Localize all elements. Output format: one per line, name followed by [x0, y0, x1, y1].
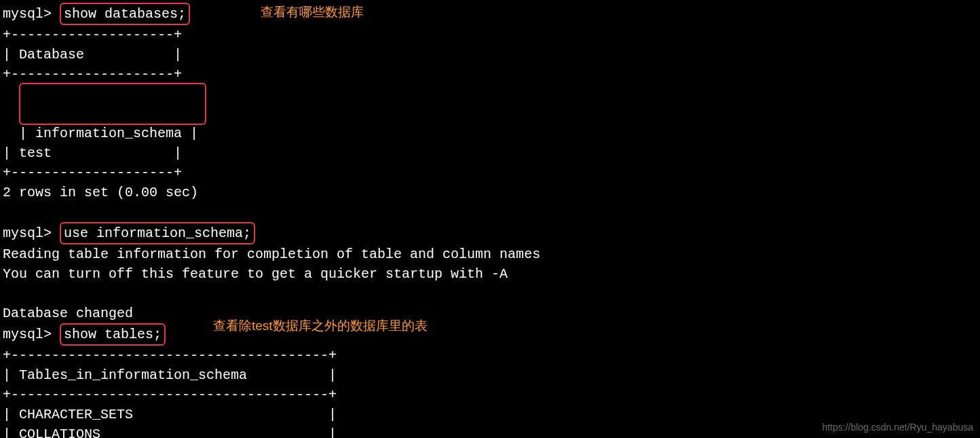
message-2a: Reading table information for completion… [3, 244, 977, 264]
mysql-prompt: mysql> [3, 6, 60, 22]
watermark-text: https://blog.csdn.net/Ryu_hayabusa [822, 420, 973, 434]
blank-1 [3, 202, 977, 222]
highlighted-command-1: show databases; [60, 3, 190, 25]
mysql-prompt: mysql> [3, 327, 60, 342]
db-row-2: | test | [3, 143, 977, 163]
message-2c: Database changed [3, 304, 977, 323]
separator-top-1: +--------------------+ [3, 25, 977, 45]
mysql-prompt: mysql> [3, 225, 60, 241]
separator-mid-1: +--------------------+ [3, 65, 977, 84]
annotation-3: 查看除test数据库之外的数据库里的表 [213, 316, 428, 335]
separator-top-3: +---------------------------------------… [3, 346, 977, 365]
highlighted-command-2: use information_schema; [60, 222, 255, 244]
highlighted-db-rows: information_schematest [19, 83, 206, 125]
separator-mid-3: +---------------------------------------… [3, 385, 977, 405]
highlighted-command-3: show tables; [60, 323, 166, 346]
cmd-line-3: mysql> show tables;查看除test数据库之外的数据库里的表 [3, 323, 977, 346]
separator-bottom-1: +--------------------+ [3, 163, 977, 183]
message-2b: You can turn off this feature to get a q… [3, 264, 977, 284]
blank-2 [3, 284, 977, 304]
annotation-1: 查看有哪些数据库 [261, 3, 364, 22]
result-count-1: 2 rows in set (0.00 sec) [3, 183, 977, 202]
cmd-line-2: mysql> use information_schema; [3, 222, 977, 244]
db-rows-wrapper: information_schematest | information_sch… [3, 84, 977, 143]
table-header-1: | Database | [3, 45, 977, 65]
table-header-3: | Tables_in_information_schema | [3, 365, 977, 385]
db-row-1: | information_schema | [19, 126, 198, 141]
cmd-line-1: mysql> show databases;查看有哪些数据库 [3, 3, 977, 25]
